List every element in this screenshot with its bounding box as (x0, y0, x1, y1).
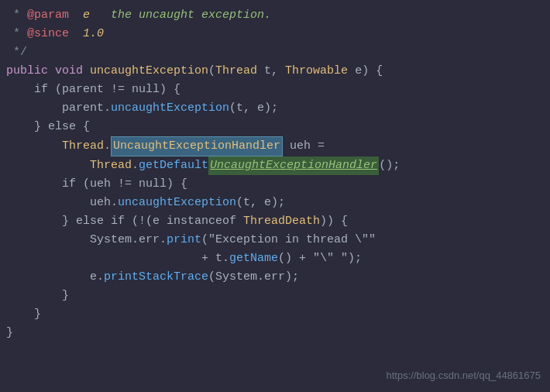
code-token: System.err. (6, 231, 167, 249)
code-token: ( (201, 231, 208, 249)
code-token: * (6, 6, 27, 25)
code-token: ueh. (6, 194, 118, 212)
code-token: parent. (6, 99, 111, 118)
code-token: } (6, 305, 41, 324)
code-token: void (55, 62, 90, 81)
code-token: . (104, 137, 111, 156)
code-token: Thread (90, 156, 132, 175)
code-token (6, 137, 62, 156)
code-line: if (parent != null) { (6, 81, 541, 99)
code-token: @since (27, 25, 69, 43)
code-token: () + (278, 249, 313, 268)
code-token: e (69, 6, 111, 25)
code-line: Thread.getDefaultUncaughtExceptionHandle… (6, 156, 541, 175)
code-token: Thread (62, 137, 104, 156)
code-token: * (6, 25, 27, 43)
code-token: ueh = (283, 137, 325, 156)
code-line: e.printStackTrace(System.err); (6, 268, 541, 287)
code-line: public void uncaughtException(Thread t, … (6, 62, 541, 81)
code-token: UncaughtExceptionHandler (208, 156, 379, 175)
code-token: ( (208, 62, 215, 81)
code-line: * @since 1.0 (6, 25, 541, 43)
code-line: * @param e the uncaught exception. (6, 6, 541, 25)
code-token: "\" " (313, 249, 348, 268)
code-line: } (6, 305, 541, 324)
code-line: if (ueh != null) { (6, 175, 541, 194)
code-token: if (parent != null) { (6, 81, 180, 99)
code-token: ThreadDeath (243, 212, 320, 231)
code-token: uncaughtException (111, 99, 229, 118)
code-token: } (6, 324, 13, 342)
code-line: + t.getName() + "\" "); (6, 249, 541, 268)
code-token: @param (27, 6, 69, 25)
code-block: * @param e the uncaught exception. * @si… (0, 0, 550, 392)
code-token: UncaughtExceptionHandler (111, 136, 283, 156)
code-token: } (6, 287, 69, 305)
code-line: */ (6, 43, 541, 62)
code-line: } (6, 324, 541, 342)
code-line: Thread.UncaughtExceptionHandler ueh = (6, 136, 541, 156)
code-token: (); (379, 156, 400, 175)
code-line: } else { (6, 118, 541, 136)
code-token: )) { (320, 212, 348, 231)
code-token: (t, e); (236, 194, 285, 212)
code-token: + t. (6, 249, 229, 268)
code-token: e. (6, 268, 104, 287)
code-token: if (ueh != null) { (6, 175, 187, 194)
code-token: Throwable (285, 62, 348, 81)
code-token: . (132, 156, 139, 175)
code-token: print (167, 231, 201, 249)
code-token: */ (6, 43, 27, 62)
code-token: public (6, 62, 55, 81)
code-line: } else if (!(e instanceof ThreadDeath)) … (6, 212, 541, 231)
code-token: } else { (6, 118, 90, 136)
code-token: (t, e); (229, 99, 278, 118)
code-token: t, (257, 62, 285, 81)
code-line: } (6, 287, 541, 305)
code-token (6, 156, 90, 175)
code-token: "Exception in thread \"" (208, 231, 376, 249)
code-token: } else if (!(e instanceof (6, 212, 243, 231)
code-line: ueh.uncaughtException(t, e); (6, 194, 541, 212)
code-token: 1.0 (69, 25, 104, 43)
code-lines: * @param e the uncaught exception. * @si… (6, 6, 541, 342)
code-token: uncaughtException (118, 194, 236, 212)
code-line: parent.uncaughtException(t, e); (6, 99, 541, 118)
watermark: https://blog.csdn.net/qq_44861675 (387, 368, 541, 384)
code-token: uncaughtException (90, 62, 208, 81)
code-token: ); (348, 249, 362, 268)
code-token: getDefault (139, 156, 208, 175)
code-line: System.err.print("Exception in thread \"… (6, 231, 541, 249)
code-token: printStackTrace (104, 268, 208, 287)
code-token: the uncaught exception. (111, 6, 271, 25)
code-token: getName (229, 249, 278, 268)
code-token: (System.err); (208, 268, 299, 287)
code-token: Thread (215, 62, 257, 81)
code-token: e) { (348, 62, 383, 81)
